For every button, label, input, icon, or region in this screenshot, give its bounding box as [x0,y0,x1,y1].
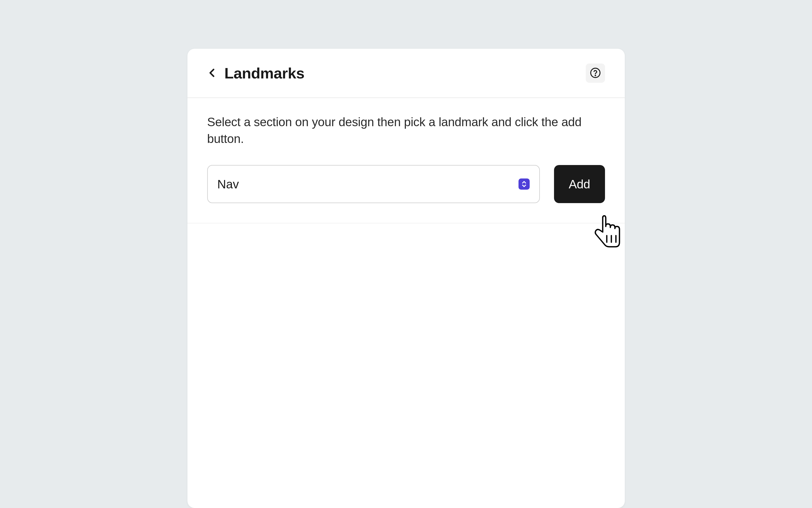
help-button[interactable] [586,64,605,83]
instruction-text: Select a section on your design then pic… [207,114,605,147]
select-chevrons-icon [519,178,530,189]
chevron-left-icon [207,66,218,81]
select-value: Nav [218,177,519,191]
control-row: Nav Add [207,165,605,203]
panel-body: Select a section on your design then pic… [187,98,625,223]
landmark-select[interactable]: Nav [207,165,540,203]
panel-title: Landmarks [225,65,305,82]
landmarks-panel: Landmarks Select a section on your desig… [187,49,625,508]
help-icon [590,67,601,79]
header-left: Landmarks [207,65,305,82]
add-button[interactable]: Add [554,165,605,203]
back-button[interactable] [207,66,218,81]
svg-point-1 [595,75,595,75]
panel-header: Landmarks [187,49,625,98]
